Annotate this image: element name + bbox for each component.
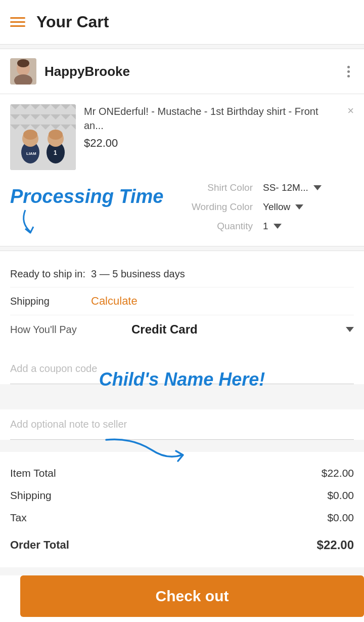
svg-text:1: 1 xyxy=(54,149,57,156)
checkout-section: Check out xyxy=(0,575,364,622)
calculate-link[interactable]: Calculate xyxy=(91,295,138,308)
wording-color-label: Wording Color xyxy=(10,201,263,213)
shirt-color-label: Shirt Color xyxy=(10,182,263,193)
payment-value: Credit Card xyxy=(131,322,338,337)
processing-time-row: Ready to ship in: 3 — 5 business days xyxy=(10,261,354,287)
shipping-summary-value: $0.00 xyxy=(327,489,354,502)
more-options-icon[interactable] xyxy=(343,62,354,81)
svg-rect-5 xyxy=(10,104,76,170)
item-top-row: LIAM 1 Mr ONEderful! - Mustache - 1st Bi… xyxy=(10,104,354,170)
quantity-dropdown-arrow xyxy=(274,224,282,229)
remove-item-button[interactable]: × xyxy=(347,104,354,117)
svg-point-4 xyxy=(17,59,29,67)
order-summary: Item Total $22.00 Shipping $0.00 Tax $0.… xyxy=(0,452,364,567)
info-section: Ready to ship in: 3 — 5 business days Sh… xyxy=(0,251,364,354)
cart-item: LIAM 1 Mr ONEderful! - Mustache - 1st Bi… xyxy=(0,94,364,170)
shipping-summary-row: Shipping $0.00 xyxy=(10,484,354,507)
item-title: Mr ONEderful! - Mustache - 1st Birthday … xyxy=(84,104,339,133)
shipping-summary-label: Shipping xyxy=(10,489,52,502)
hamburger-icon[interactable] xyxy=(10,17,25,27)
shirt-color-row: Shirt Color SS- 12M... xyxy=(10,178,354,197)
shipping-label: Shipping xyxy=(10,296,91,307)
payment-dropdown-arrow xyxy=(346,327,354,332)
coupon-section xyxy=(0,354,364,384)
item-total-label: Item Total xyxy=(10,467,56,479)
tax-value: $0.00 xyxy=(327,512,354,524)
shipping-row: Shipping Calculate xyxy=(10,287,354,315)
checkout-button[interactable]: Check out xyxy=(20,575,364,617)
tax-label: Tax xyxy=(10,512,27,524)
item-total-value: $22.00 xyxy=(322,467,354,479)
shop-section: HappyBrooke xyxy=(0,49,364,246)
shirt-color-dropdown-arrow xyxy=(313,185,322,190)
ready-to-ship-label: Ready to ship in: xyxy=(10,268,91,280)
shirt-color-value: SS- 12M... xyxy=(263,182,308,193)
avatar[interactable] xyxy=(10,58,36,85)
svg-point-11 xyxy=(49,130,63,140)
tax-row: Tax $0.00 xyxy=(10,507,354,529)
shop-header: HappyBrooke xyxy=(0,49,364,94)
note-section xyxy=(0,409,364,440)
header: Your Cart xyxy=(0,0,364,45)
wording-color-row: Wording Color Yellow xyxy=(10,197,354,217)
payment-select[interactable]: Credit Card xyxy=(131,322,354,337)
payment-label: How You'll Pay xyxy=(10,324,131,336)
quantity-select[interactable]: 1 xyxy=(263,221,354,232)
order-total-label: Order Total xyxy=(10,538,69,552)
svg-point-8 xyxy=(23,130,37,140)
svg-text:LIAM: LIAM xyxy=(26,151,36,156)
shop-name[interactable]: HappyBrooke xyxy=(44,64,343,79)
ship-days-value: 3 — 5 business days xyxy=(91,268,185,280)
wording-color-value: Yellow xyxy=(263,201,290,213)
wording-color-select[interactable]: Yellow xyxy=(263,201,354,213)
item-image[interactable]: LIAM 1 xyxy=(10,104,76,170)
payment-row: How You'll Pay Credit Card xyxy=(10,315,354,344)
quantity-value: 1 xyxy=(263,221,268,232)
item-options: Shirt Color SS- 12M... Wording Color Yel… xyxy=(0,178,364,246)
page-title: Your Cart xyxy=(36,13,109,31)
note-input[interactable] xyxy=(10,409,354,440)
order-total-row: Order Total $22.00 xyxy=(10,531,354,557)
quantity-row: Quantity 1 xyxy=(10,217,354,236)
quantity-label: Quantity xyxy=(10,221,263,232)
wording-color-dropdown-arrow xyxy=(295,204,303,210)
coupon-input[interactable] xyxy=(10,354,354,384)
shirt-color-select[interactable]: SS- 12M... xyxy=(263,182,354,193)
item-total-row: Item Total $22.00 xyxy=(10,462,354,484)
item-details: Mr ONEderful! - Mustache - 1st Birthday … xyxy=(84,104,354,150)
item-price: $22.00 xyxy=(84,137,339,150)
order-total-value: $22.00 xyxy=(317,538,354,552)
